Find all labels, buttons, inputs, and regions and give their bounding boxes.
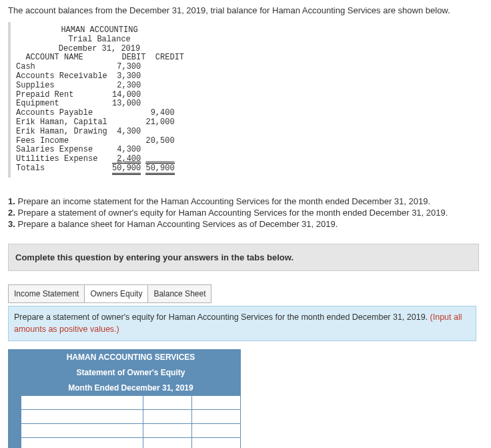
intro-text: The account balances from the December 3… xyxy=(8,5,483,15)
tb-cell: Cash xyxy=(16,62,35,71)
tb-totals-label: Totals xyxy=(16,164,45,173)
tabs: Income Statement Owners Equity Balance S… xyxy=(8,284,483,303)
ws-input-cell[interactable] xyxy=(192,424,241,438)
question-1: 1. 1. Prepare an income statement for th… xyxy=(8,196,483,206)
tb-row: Erik Haman, Drawing 4,300 xyxy=(16,127,141,136)
tb-cell: 7,300 xyxy=(117,62,141,71)
tb-title: Trial Balance xyxy=(16,35,183,45)
ws-input-cell[interactable] xyxy=(143,438,192,448)
question-2: 2. Prepare a statement of owner's equity… xyxy=(8,208,483,218)
tab-instruction-note: Prepare a statement of owner's equity fo… xyxy=(8,306,476,341)
tb-row: Accounts Payable 9,400 xyxy=(16,108,175,118)
tb-row: Cash 7,300 xyxy=(16,62,141,71)
tb-cell: 14,000 xyxy=(112,90,141,99)
worksheet: HAMAN ACCOUNTING SERVICES Statement of O… xyxy=(8,349,483,448)
tb-cell: Prepaid Rent xyxy=(16,90,73,99)
worksheet-table: HAMAN ACCOUNTING SERVICES Statement of O… xyxy=(8,349,241,448)
tb-row: Equipment 13,000 xyxy=(16,99,141,108)
trial-balance-block: HAMAN ACCOUNTINGTrial BalanceDecember 31… xyxy=(8,22,185,178)
tb-cell: Erik Haman, Capital xyxy=(16,118,107,127)
ws-input-cell[interactable] xyxy=(21,410,143,424)
tb-row: Supplies 2,300 xyxy=(16,81,141,90)
tb-col-credit: CREDIT xyxy=(155,53,184,62)
ws-input-cell[interactable] xyxy=(192,410,241,424)
tb-cell: Accounts Receivable xyxy=(16,71,107,81)
ws-input-cell[interactable] xyxy=(192,438,241,448)
tb-cell: Erik Haman, Drawing xyxy=(16,127,107,136)
questions-block: 1. 1. Prepare an income statement for th… xyxy=(8,196,483,229)
tb-cell: 4,300 xyxy=(117,127,141,136)
instruction-bar: Complete this question by entering your … xyxy=(8,244,479,271)
tb-row: Accounts Receivable 3,300 xyxy=(16,71,141,81)
tab-balance-sheet[interactable]: Balance Sheet xyxy=(148,284,211,303)
tb-col-account: ACCOUNT NAME xyxy=(25,53,83,62)
tb-cell: 2,300 xyxy=(117,81,141,90)
tb-cell: 4,300 xyxy=(117,145,141,154)
tb-cell: 21,000 xyxy=(145,118,174,127)
tb-cell: 13,000 xyxy=(112,99,141,108)
ws-input-cell[interactable] xyxy=(192,396,241,410)
tb-row: Salaries Expense 4,300 xyxy=(16,145,141,154)
tb-company: HAMAN ACCOUNTING xyxy=(16,26,183,35)
ws-input-cell[interactable] xyxy=(21,438,143,448)
tb-cell: Utilities Expense xyxy=(16,154,97,164)
tb-totals-credit: 50,900 xyxy=(145,163,174,175)
ws-header-date: Month Ended December 31, 2019 xyxy=(21,381,241,396)
tb-row: Erik Haman, Capital 21,000 xyxy=(16,118,175,127)
tb-cell: 9,400 xyxy=(151,108,175,118)
ws-input-cell[interactable] xyxy=(21,424,143,438)
tb-cell: Equipment xyxy=(16,99,59,108)
tb-row: Fees Income 20,500 xyxy=(16,136,175,146)
tb-cell: 3,300 xyxy=(117,71,141,81)
question-3: 3. Prepare a balance sheet for Haman Acc… xyxy=(8,219,483,229)
tb-headers: ACCOUNT NAME DEBIT CREDIT xyxy=(16,53,184,62)
tb-cell: Accounts Payable xyxy=(16,108,93,118)
ws-header-title: Statement of Owner's Equity xyxy=(21,365,241,381)
ws-input-cell[interactable] xyxy=(143,410,192,424)
ws-input-cell[interactable] xyxy=(21,396,143,410)
ws-header-company: HAMAN ACCOUNTING SERVICES xyxy=(21,350,241,365)
tb-row: Prepaid Rent 14,000 xyxy=(16,90,141,99)
tb-totals-debit: 50,900 xyxy=(112,163,141,175)
tb-cell: Supplies xyxy=(16,81,55,90)
tb-cell: 20,500 xyxy=(145,136,174,146)
tb-cell: Salaries Expense xyxy=(16,145,93,154)
tb-totals: Totals 50,900 50,900 xyxy=(16,163,175,175)
ws-input-cell[interactable] xyxy=(143,424,192,438)
tab-owners-equity[interactable]: Owners Equity xyxy=(85,284,148,303)
ws-input-cell[interactable] xyxy=(143,396,192,410)
tb-cell: Fees Income xyxy=(16,136,69,146)
note-main: Prepare a statement of owner's equity fo… xyxy=(14,312,430,322)
tb-date: December 31, 2019 xyxy=(16,45,183,54)
tab-income-statement[interactable]: Income Statement xyxy=(8,284,85,303)
tb-col-debit: DEBIT xyxy=(121,53,145,62)
